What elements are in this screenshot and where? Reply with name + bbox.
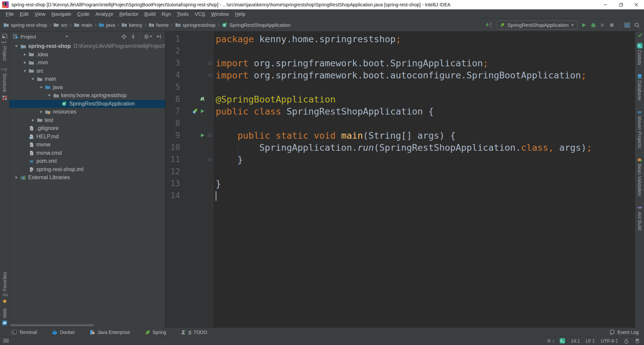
lock-open-icon[interactable] [624,338,629,344]
tree-item-.idea[interactable]: .idea [9,51,165,59]
menu-view[interactable]: View [32,11,48,17]
toolwindow-button-terminal[interactable]: Terminal [11,330,37,335]
caret-position-widget[interactable]: 14:1 [571,338,580,344]
update-project-button[interactable]: 011001 [485,22,492,28]
horizontal-scrollbar[interactable] [10,324,94,326]
tree-expand-arrow[interactable] [29,118,37,122]
code-text[interactable]: SpringApplication.run(SpringRestShopAppl… [213,142,592,153]
tree-expand-arrow[interactable] [21,61,29,65]
tree-collapse-arrow[interactable] [21,69,29,73]
tool-windows-grid-button[interactable] [624,22,630,28]
event-log-button[interactable]: Event Log [609,329,639,335]
code-text[interactable]: @SpringBootApplication [213,94,336,105]
toolwindow-switcher-icon[interactable] [3,339,9,343]
code-text[interactable]: public static void main(String[] args) { [213,130,455,141]
structure-tab-icon[interactable] [2,95,7,100]
menu-run[interactable]: Run [159,11,174,17]
tool-stripe-codota[interactable]: Codota [637,43,643,65]
hector-inspections-icon[interactable] [635,338,640,344]
fold-marker-icon[interactable] [206,157,213,162]
spring-lens-icon[interactable] [199,96,205,102]
code-text[interactable]: import org.springframework.boot.SpringAp… [213,58,488,68]
toolwindow-button-spring[interactable]: Spring [145,330,166,335]
tree-item-SpringRestShopApplication[interactable]: SpringRestShopApplication [9,100,165,108]
fold-marker-icon[interactable] [206,61,213,65]
menu-edit[interactable]: Edit [17,11,32,17]
breadcrumb-springrestshop[interactable]: springrestshop [175,22,215,28]
tool-stripe-structure[interactable]: 7: Structure [2,68,7,92]
close-button[interactable] [629,0,644,9]
code-editor[interactable]: 1package kenny.home.springrestshop;23imp… [165,31,635,328]
screencast-terminal-icon[interactable] [559,338,565,344]
tool-stripe-database[interactable]: Database [637,74,642,100]
menu-build[interactable]: Build [141,11,158,17]
fold-marker-icon[interactable] [206,133,213,138]
tree-collapse-arrow[interactable] [29,77,37,81]
chevron-down-icon[interactable] [65,35,68,38]
breadcrumb-java[interactable]: java [99,22,115,28]
tree-item-src[interactable]: src [9,67,165,75]
tree-collapse-arrow[interactable] [46,93,53,97]
tool-stripe-bean-validation[interactable]: Bean Validation [637,157,642,196]
breadcrumb-src[interactable]: src [53,22,67,28]
run-configuration-select[interactable]: SpringRestShopApplication [496,20,578,29]
menu-refactor[interactable]: Refactor [116,11,142,17]
code-text[interactable]: } [213,179,221,189]
tool-stripe-favorites[interactable]: 2: Favorites [2,272,7,296]
play-icon[interactable] [200,133,205,138]
code-text[interactable] [213,191,216,201]
tree-expand-arrow[interactable] [13,176,20,180]
play-icon[interactable] [200,109,205,114]
tree-item-test[interactable]: test [9,116,165,125]
tree-item-kenny.home.springrestshop[interactable]: kenny.home.springrestshop [9,91,165,100]
code-text[interactable]: public class SpringRestShopApplication { [213,106,434,117]
menu-analyze[interactable]: Analyze [92,11,116,17]
tree-item-.mvn[interactable]: .mvn [9,59,165,67]
project-tab-icon[interactable] [2,33,7,39]
hide-panel-button[interactable] [156,34,162,39]
minimize-button[interactable] [598,0,613,9]
settings-gear-button[interactable] [144,34,153,40]
tree-item-resources[interactable]: resources [9,108,165,116]
toolwindow-button-todo[interactable]: 6: TODO [181,330,207,335]
web-tab-icon[interactable] [2,320,7,326]
breadcrumb-SpringRestShopApplication[interactable]: SpringRestShopApplication [222,22,290,28]
breadcrumb-spring-rest-shop[interactable]: spring-rest-shop [3,22,47,28]
breadcrumb-main[interactable]: main [74,22,92,28]
menu-file[interactable]: File [3,11,17,17]
tree-item-main[interactable]: main [9,75,165,83]
encoding-widget[interactable]: UTF-8 [601,338,618,344]
tree-item-spring-rest-shop[interactable]: spring-rest-shopD:\KennyLife\AllProgram\… [9,42,165,51]
tree-item-mvnw.cmd[interactable]: mvnw.cmd [9,149,165,157]
breadcrumb-home[interactable]: home [149,22,169,28]
tree-item-.gitignore[interactable]: .gitignore [9,124,165,133]
tool-stripe-ant-build[interactable]: Ant Build [637,205,642,230]
tool-stripe-web[interactable]: Web [2,308,7,318]
menu-window[interactable]: Window [208,11,232,17]
breadcrumb-kenny[interactable]: kenny [121,22,142,28]
tree-expand-arrow[interactable] [21,53,29,57]
run-with-coverage-button[interactable] [600,22,605,28]
fold-marker-icon[interactable] [206,73,213,77]
gear-question-icon[interactable]: ? [546,338,554,344]
tree-item-External-Libraries[interactable]: External Libraries [9,174,165,182]
tree-collapse-arrow[interactable] [13,44,20,48]
tree-item-HELP.md[interactable]: MDHELP.md [9,133,165,141]
code-text[interactable]: import org.springframework.boot.autoconf… [213,70,586,80]
menu-code[interactable]: Code [74,11,93,17]
tree-item-spring-rest-shop.iml[interactable]: spring-rest-shop.iml [9,165,165,174]
tree-expand-arrow[interactable] [38,110,45,114]
collapse-all-button[interactable] [130,34,136,39]
project-panel-title[interactable]: Project [20,34,36,40]
inspections-ok-icon[interactable] [637,32,642,38]
tree-item-mvnw[interactable]: mvnw [9,141,165,149]
toolwindow-button-java-enterprise[interactable]: EEJava Enterprise [90,330,130,335]
code-text[interactable]: } [213,154,243,165]
menu-tools[interactable]: Tools [174,11,192,17]
search-everywhere-button[interactable] [634,22,640,28]
restore-button[interactable] [613,0,629,9]
favorites-star-icon[interactable] [2,298,7,304]
debug-button[interactable] [590,22,596,28]
menu-vcs[interactable]: VCS [192,11,208,17]
tool-stripe-maven-projects[interactable]: mMaven Projects [637,109,642,148]
